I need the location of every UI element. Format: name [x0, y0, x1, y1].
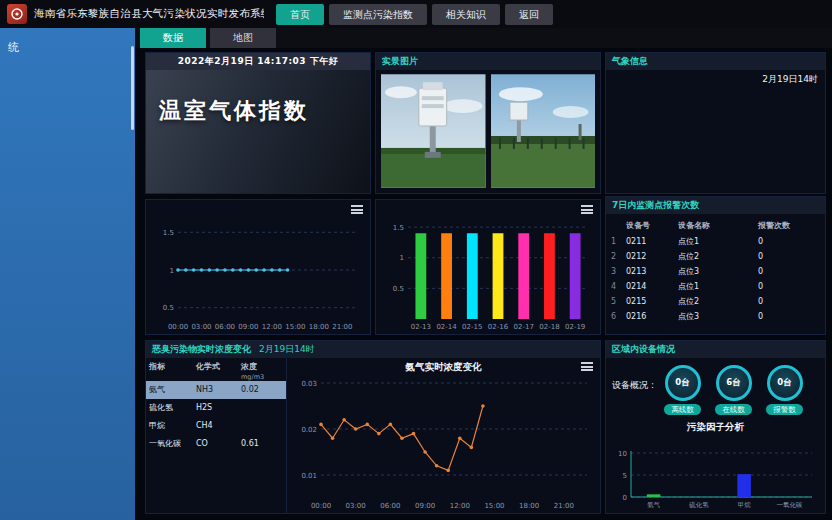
svg-text:21:00: 21:00	[554, 502, 574, 510]
tab-map[interactable]: 地图	[210, 28, 276, 48]
device-id: 0213	[626, 264, 678, 279]
photos-panel-title: 实景图片	[382, 55, 418, 68]
nav-back[interactable]: 返回	[505, 4, 553, 25]
device-name: 点位2	[678, 294, 758, 309]
pollution-factor-bar-chart: 0510氨气硫化氢甲烷一氧化碳	[609, 445, 822, 510]
col-concentration: 浓度	[241, 362, 287, 372]
alarm-row: 6 0216 点位3 0	[611, 309, 820, 324]
devices-panel-title: 区域内设备情况	[612, 343, 675, 356]
svg-text:21:00: 21:00	[332, 323, 352, 331]
daily-index-panel: 0.511.502-1302-1402-1502-1602-1702-1802-…	[375, 199, 601, 335]
nav-monitor-index[interactable]: 监测点污染指数	[329, 4, 427, 25]
svg-text:硫化氢: 硫化氢	[688, 501, 709, 509]
pollutant-formula: H2S	[196, 399, 241, 417]
weather-timestamp: 2月19日14时	[762, 73, 818, 86]
chart-menu-icon[interactable]	[351, 205, 363, 214]
svg-text:0.02: 0.02	[301, 426, 317, 434]
pollutant-name: 甲烷	[149, 417, 196, 435]
ammonia-chart-title: 氨气实时浓度变化	[287, 358, 600, 375]
svg-text:12:00: 12:00	[262, 323, 282, 331]
app-title: 海南省乐东黎族自治县大气污染状况实时发布系统	[34, 7, 264, 21]
svg-text:0: 0	[623, 494, 627, 502]
device-id: 0214	[626, 279, 678, 294]
online-ring: 6台	[716, 365, 752, 401]
alarm-count: 0	[758, 249, 820, 264]
alarm-row: 2 0212 点位2 0	[611, 249, 820, 264]
tab-data[interactable]: 数据	[140, 28, 206, 48]
offline-stat: 0台 离线数	[657, 365, 708, 415]
greenhouse-trend-panel: 0.511.500:0003:0006:0009:0012:0015:0018:…	[145, 199, 371, 335]
alarm-row: 5 0215 点位2 0	[611, 294, 820, 309]
greeting-panel: 2022年2月19日 14:17:03 下午好 温室气体指数	[145, 52, 371, 194]
site-photo-2	[491, 74, 596, 188]
device-id: 0216	[626, 309, 678, 324]
svg-text:02-15: 02-15	[462, 323, 482, 331]
device-id: 0215	[626, 294, 678, 309]
alarm-panel-title: 7日内监测点报警次数	[612, 199, 699, 212]
pollutant-formula: NH3	[196, 381, 241, 399]
odor-timestamp: 2月19日14时	[259, 343, 315, 356]
col-indicator: 指标	[149, 362, 196, 382]
offline-label: 离线数	[664, 404, 701, 415]
col-device-name: 设备名称	[678, 217, 758, 234]
alarm-table-header: 设备号 设备名称 报警次数	[611, 217, 820, 234]
device-name: 点位3	[678, 264, 758, 279]
tab-strip: 数据 地图	[135, 28, 832, 48]
alarm-stat: 0台 报警数	[759, 365, 810, 415]
odor-row-ammonia[interactable]: 氨气 NH3 0.02	[146, 381, 286, 399]
svg-text:02-16: 02-16	[488, 323, 509, 331]
nav-home[interactable]: 首页	[276, 4, 324, 25]
svg-text:00:00: 00:00	[168, 323, 188, 331]
svg-text:10: 10	[618, 450, 627, 458]
svg-text:18:00: 18:00	[519, 502, 539, 510]
svg-text:1: 1	[400, 254, 404, 262]
photos-panel: 实景图片	[375, 52, 601, 194]
online-stat: 6台 在线数	[708, 365, 759, 415]
factor-analysis-title: 污染因子分析	[606, 421, 825, 434]
odor-row-ch4[interactable]: 甲烷 CH4	[146, 417, 286, 435]
odor-row-co[interactable]: 一氧化碳 CO 0.61	[146, 435, 286, 453]
odor-table-header: 指标 化学式 浓度 mg/m3	[146, 360, 286, 381]
device-overview-label: 设备概况：	[612, 379, 657, 415]
alarm-row: 4 0214 点位1 0	[611, 279, 820, 294]
pollutant-name: 氨气	[149, 381, 196, 399]
svg-text:06:00: 06:00	[380, 502, 400, 510]
alarm-label: 报警数	[766, 404, 803, 415]
svg-text:02-17: 02-17	[514, 323, 534, 331]
sidebar-item[interactable]: 统	[0, 28, 135, 55]
svg-text:1.5: 1.5	[393, 224, 404, 232]
chart-menu-icon[interactable]	[581, 205, 593, 214]
dashboard-root: { "app": { "title": "海南省乐东黎族自治县大气污染状况实时发…	[0, 0, 832, 520]
alarm-count: 0	[758, 309, 820, 324]
svg-text:02-19: 02-19	[565, 323, 585, 331]
col-device-id: 设备号	[626, 217, 678, 234]
pollutant-name: 硫化氢	[149, 399, 196, 417]
alarm-count: 0	[758, 264, 820, 279]
sidebar-scrollbar[interactable]	[131, 46, 134, 130]
svg-text:15:00: 15:00	[285, 323, 305, 331]
greenhouse-headline: 温室气体指数	[159, 96, 309, 126]
chart-menu-icon[interactable]	[581, 362, 593, 371]
nav-knowledge[interactable]: 相关知识	[432, 4, 500, 25]
device-name: 点位1	[678, 279, 758, 294]
odor-row-h2s[interactable]: 硫化氢 H2S	[146, 399, 286, 417]
col-alarm-count: 报警次数	[758, 217, 820, 234]
alarm-count: 0	[758, 234, 820, 249]
devices-panel: 区域内设备情况 设备概况： 0台 离线数 6台 在线数 0台 报警数 污染因子分…	[605, 340, 826, 514]
pollutant-formula: CH4	[196, 417, 241, 435]
alarm-ring: 0台	[767, 365, 803, 401]
top-bar: 海南省乐东黎族自治县大气污染状况实时发布系统 首页 监测点污染指数 相关知识 返…	[0, 0, 832, 28]
offline-ring: 0台	[665, 365, 701, 401]
greenhouse-hero: 温室气体指数	[146, 70, 370, 193]
datetime-header: 2022年2月19日 14:17:03 下午好	[146, 53, 370, 70]
svg-text:02-13: 02-13	[411, 323, 431, 331]
sidebar: 统	[0, 28, 135, 520]
svg-text:02-14: 02-14	[436, 323, 457, 331]
device-name: 点位3	[678, 309, 758, 324]
svg-text:氨气: 氨气	[647, 501, 661, 509]
svg-text:0.5: 0.5	[393, 285, 404, 293]
svg-text:06:00: 06:00	[215, 323, 235, 331]
device-id: 0212	[626, 249, 678, 264]
svg-text:12:00: 12:00	[450, 502, 470, 510]
svg-text:0.01: 0.01	[301, 472, 317, 480]
